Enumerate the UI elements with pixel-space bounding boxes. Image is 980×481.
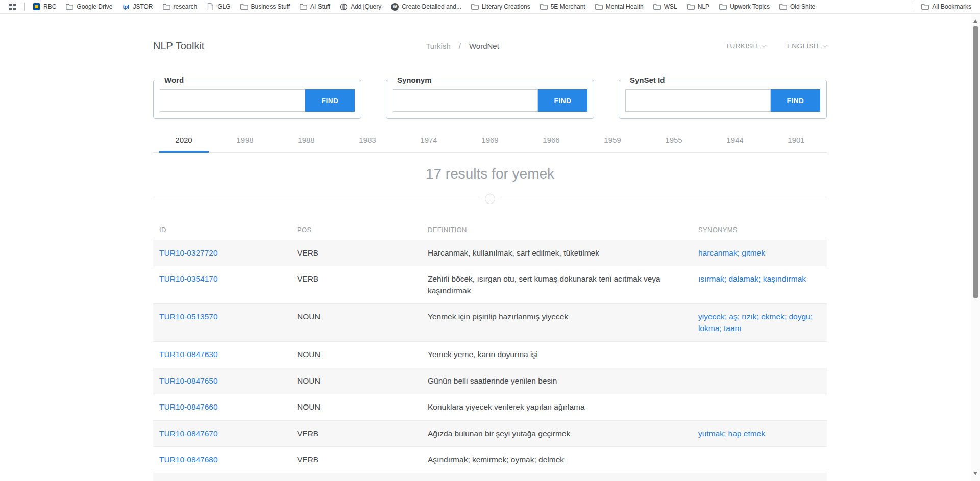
scrollbar-up-arrow-icon[interactable] (973, 19, 977, 23)
table-row: TUR10-0847670VERBAğızda bulunan bir şeyi… (153, 420, 827, 446)
scrollbar-thumb[interactable] (973, 26, 978, 298)
language-selector-english[interactable]: ENGLISH (787, 42, 827, 50)
definition-cell: Yenmek için pişirilip hazırlanmış yiyece… (422, 304, 692, 342)
bookmark-item[interactable]: Add jQuery (335, 1, 386, 12)
synonym-link[interactable]: rızık (742, 312, 756, 321)
synset-id-link[interactable]: TUR10-0847680 (159, 455, 218, 464)
year-tab-1955[interactable]: 1955 (643, 131, 704, 152)
pos-cell: NOUN (291, 342, 422, 368)
synset-id-link[interactable]: TUR10-0847650 (159, 376, 218, 385)
synonym-link[interactable]: ısırmak (698, 274, 724, 283)
bookmark-item[interactable]: research (158, 1, 202, 12)
search-input[interactable] (625, 89, 771, 112)
bookmark-item[interactable]: Old Shite (774, 1, 820, 12)
bookmark-item[interactable]: W Create Detailed and... (386, 1, 466, 12)
year-tab-1959[interactable]: 1959 (582, 131, 643, 152)
synset-id-link[interactable]: TUR10-0513570 (159, 312, 218, 321)
search-input[interactable] (393, 89, 538, 112)
table-row: TUR10-0847680VERBAşındırmak; kemirmek; o… (153, 447, 827, 473)
page-body: NLP Toolkit Turkish/WordNet TURKISH ENGL… (0, 14, 980, 481)
all-bookmarks-folder-icon (921, 3, 929, 11)
table-row: TUR10-0513570NOUNYenmek için pişirilip h… (153, 304, 827, 342)
bookmark-label: Business Stuff (251, 3, 290, 10)
bookmark-item[interactable]: RBC (28, 1, 61, 12)
synonym-link[interactable]: ekmek (761, 312, 785, 321)
synset-id-link[interactable]: TUR10-0327720 (159, 248, 218, 257)
table-row: TUR10-0327720VERBHarcanmak, kullanılmak,… (153, 240, 827, 266)
table-row: TUR10-0354170VERBZehirli böcek, ısırgan … (153, 266, 827, 304)
find-button[interactable]: FIND (771, 89, 820, 112)
bookmark-item[interactable]: Mental Health (590, 1, 648, 12)
vertical-scrollbar[interactable] (971, 14, 980, 481)
year-tab-1944[interactable]: 1944 (704, 131, 766, 152)
synonym-separator: ; (719, 324, 724, 333)
synonym-separator: ; (785, 312, 789, 321)
synonym-link[interactable]: yutmak (698, 429, 724, 438)
synonym-link[interactable]: kaşındırmak (763, 274, 806, 283)
synonym-link[interactable]: gitmek (742, 248, 765, 257)
search-fieldset: Synonym FIND (386, 75, 594, 119)
synset-id-link[interactable]: TUR10-0847630 (159, 350, 218, 359)
bookmark-label: 5E Merchant (551, 3, 585, 10)
folder-icon (653, 3, 661, 11)
synset-id-link[interactable]: TUR10-0354170 (159, 274, 218, 283)
table-row: TUR10-0847650NOUNGünün belli saatlerinde… (153, 368, 827, 394)
search-input[interactable] (160, 89, 305, 112)
results-table: IDPOSDEFINITIONSYNONYMS TUR10-0327720VER… (153, 221, 827, 481)
synonyms-cell (692, 342, 827, 368)
bookmark-item[interactable]: Google Drive (61, 1, 117, 12)
bookmarks-separator (24, 3, 24, 11)
search-legend: Synonym (394, 75, 435, 84)
tpl-favicon: tpl (121, 3, 130, 11)
find-button[interactable]: FIND (305, 89, 355, 112)
find-button[interactable]: FIND (538, 89, 587, 112)
apps-grid-icon[interactable] (4, 1, 21, 12)
synset-id-link[interactable]: TUR10-0847660 (159, 402, 218, 411)
file-icon (206, 3, 214, 11)
bookmark-item[interactable]: 5E Merchant (535, 1, 590, 12)
year-tab-1966[interactable]: 1966 (521, 131, 582, 152)
synset-id-link[interactable]: TUR10-0847670 (159, 429, 218, 438)
bookmark-label: AI Stuff (310, 3, 330, 10)
definition-cell: Günün belli saatlerinde yenilen besin (422, 368, 692, 394)
id-cell: TUR10-0847630 (153, 342, 291, 368)
synonym-link[interactable]: harcanmak (698, 248, 738, 257)
synonym-link[interactable]: doygu (789, 312, 811, 321)
year-tab-1988[interactable]: 1988 (276, 131, 337, 152)
all-bookmarks-button[interactable]: All Bookmarks (916, 1, 976, 12)
bookmark-item[interactable]: WSL (648, 1, 682, 12)
bookmark-item[interactable]: NLP (682, 1, 714, 12)
synonym-link[interactable]: yiyecek (698, 312, 725, 321)
year-tab-1983[interactable]: 1983 (337, 131, 398, 152)
scrollbar-down-arrow-icon[interactable] (973, 472, 977, 475)
folder-icon (719, 3, 727, 11)
synonym-link[interactable]: aş (729, 312, 737, 321)
bookmark-item[interactable]: tpl JSTOR (117, 1, 157, 12)
language-selector-turkish[interactable]: TURKISH (726, 42, 766, 50)
bookmark-item[interactable]: Upwork Topics (714, 1, 774, 12)
bookmark-item[interactable]: GLG (202, 1, 235, 12)
synonyms-cell (692, 473, 827, 481)
synonym-link[interactable]: dalamak (728, 274, 758, 283)
year-tab-1974[interactable]: 1974 (398, 131, 459, 152)
definition-cell: Zehirli böcek, ısırgan otu, sert kumaş d… (422, 266, 692, 304)
synonym-link[interactable]: taam (724, 324, 741, 333)
bookmark-item[interactable]: Literary Creations (466, 1, 535, 12)
synonyms-cell: ısırmak; dalamak; kaşındırmak (692, 266, 827, 304)
synonym-link[interactable]: hap etmek (728, 429, 765, 438)
year-tab-2020[interactable]: 2020 (153, 131, 214, 152)
breadcrumb-parent[interactable]: Turkish (426, 42, 451, 50)
year-tab-1998[interactable]: 1998 (214, 131, 276, 152)
pos-cell: VERB (291, 420, 422, 446)
definition-cell: Aşındırmak; kemirmek; oymak; delmek (422, 447, 692, 473)
bookmark-label: research (174, 3, 198, 10)
id-cell: TUR10-0847680 (153, 447, 291, 473)
pos-cell: NOUN (291, 368, 422, 394)
bookmark-item[interactable]: Business Stuff (235, 1, 295, 12)
definition-cell: Konuklara yiyecek verilerek yapılan ağır… (422, 394, 692, 420)
bookmark-item[interactable]: AI Stuff (295, 1, 335, 12)
year-tab-1969[interactable]: 1969 (459, 131, 521, 152)
year-tab-1901[interactable]: 1901 (766, 131, 827, 152)
synonym-link[interactable]: lokma (698, 324, 719, 333)
definition-cell: Ağızda bulunan bir şeyi yutağa geçirmek (422, 420, 692, 446)
